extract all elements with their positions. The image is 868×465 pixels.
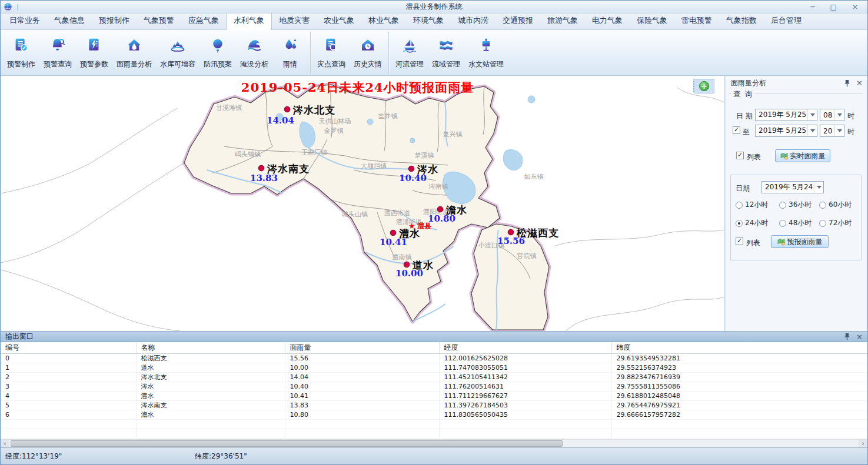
pin-icon[interactable] (844, 333, 850, 340)
toolbar-button-label: 淹没分析 (240, 59, 268, 69)
map-report-icon (780, 152, 788, 160)
column-header[interactable]: 经度 (439, 342, 611, 353)
table-row[interactable]: 4澧水10.41111.71121966762729.6188012485048 (1, 391, 867, 400)
table-row[interactable]: 6澹水10.80111.83056505043529.6666157957282 (1, 410, 867, 419)
station-marker[interactable] (508, 229, 514, 235)
map-title: 2019-05-24日未来24小时预报面雨量 (241, 79, 474, 96)
toolbar-button-hydro-station[interactable]: 水文站管理 (464, 33, 508, 73)
toolbar-button-bulb[interactable]: 防汛预案 (199, 33, 236, 73)
menu-tab[interactable]: 应急气象 (181, 12, 226, 29)
scrollbar-thumb[interactable] (11, 440, 563, 447)
duration-radio-72小时[interactable]: 72小时 (819, 218, 852, 228)
station-marker[interactable] (404, 262, 410, 267)
close-button[interactable]: × (852, 3, 858, 11)
table-row[interactable]: 5涔水南支13.83111.39726718450329.76544769759… (1, 400, 867, 410)
table-cell: 道水 (136, 363, 285, 372)
menu-tab[interactable]: 气象指数 (719, 12, 764, 29)
toolbar-button-basin-waves[interactable]: 流域管理 (428, 33, 464, 73)
town-label: 天供山林场 (319, 118, 351, 125)
panel-close-icon[interactable]: × (856, 79, 863, 86)
table-row[interactable]: 3涔水10.40111.7620051463129.7555811355086 (1, 382, 867, 391)
menu-tab[interactable]: 保险气象 (630, 12, 674, 29)
forecast-list-checkbox[interactable] (736, 237, 743, 245)
maximize-button[interactable]: □ (830, 3, 837, 11)
station-marker[interactable] (408, 166, 414, 172)
column-header[interactable]: 编号 (1, 342, 136, 353)
column-header[interactable]: 纬度 (611, 342, 867, 353)
output-close-icon[interactable]: × (856, 333, 863, 340)
station-marker[interactable] (437, 206, 443, 212)
toolbar-button-rain-drops[interactable]: 雨情 (272, 33, 308, 73)
map-report-icon (777, 238, 785, 246)
toolbar-button-house-clock[interactable]: 历史灾情 (350, 33, 386, 73)
station-rainfall-value: 10.40 (399, 173, 427, 183)
duration-radio-60小时[interactable]: 60小时 (819, 200, 852, 210)
to-checkbox[interactable] (733, 126, 740, 134)
map-svg: 甘溪滩镇盐井镇天供山林场金罗镇复兴镇码头铺镇王家厂镇梦溪镇大堰垱镇涔南镇如东镇城… (1, 76, 724, 331)
duration-radio-36小时[interactable]: 36小时 (779, 200, 812, 210)
menu-tab[interactable]: 水利气象 (226, 12, 272, 30)
station-marker[interactable] (390, 230, 396, 236)
bulb-icon (209, 36, 227, 56)
duration-radio-24小时[interactable]: 24小时 (736, 218, 768, 228)
table-cell: 2 (1, 372, 136, 382)
toolbar-button-house-drop[interactable]: 面雨量分析 (112, 33, 156, 73)
realtime-list-checkbox[interactable] (736, 152, 744, 159)
menu-tab[interactable]: 地质灾害 (272, 12, 317, 29)
menu-tab[interactable]: 城市内涝 (451, 12, 495, 29)
menu-tab[interactable]: 气象信息 (47, 12, 92, 29)
end-hour-select[interactable]: 20 (820, 125, 844, 137)
menu-tab[interactable]: 环境气象 (406, 12, 451, 29)
table-row[interactable]: 1道水10.00111.74708305505129.552156374923 (1, 363, 867, 372)
forecast-rain-button[interactable]: 预报面雨量 (771, 235, 829, 248)
menu-tab[interactable]: 预报制作 (92, 12, 137, 29)
toolbar-button-flood-wave[interactable]: 淹没分析 (236, 33, 272, 73)
map-canvas[interactable]: 甘溪滩镇盐井镇天供山林场金罗镇复兴镇码头铺镇王家厂镇梦溪镇大堰垱镇涔南镇如东镇城… (1, 76, 724, 331)
scroll-right-arrow[interactable]: › (859, 440, 867, 447)
minimize-button[interactable]: ─ (810, 3, 814, 11)
menu-tab[interactable]: 林业气象 (361, 12, 406, 29)
start-hour-select[interactable]: 08 (820, 109, 844, 121)
duration-radio-48小时[interactable]: 48小时 (779, 218, 812, 228)
horizontal-scrollbar[interactable]: ‹ › (1, 439, 867, 447)
toolbar-button-bell-search[interactable]: 预警查询 (39, 33, 76, 73)
menu-tab[interactable]: 日常业务 (2, 12, 47, 29)
menu-tab[interactable]: 气象预警 (137, 12, 181, 29)
forecast-date-select[interactable]: 2019年 5月24日 (761, 181, 824, 193)
menu-tab[interactable]: 雷电预警 (674, 12, 719, 29)
toolbar-button-river-boat[interactable]: 河流管理 (391, 33, 428, 73)
map-zoom-in-button[interactable]: + (693, 79, 714, 93)
end-date-select[interactable]: 2019年 5月25日 (755, 125, 817, 137)
scroll-left-arrow[interactable]: ‹ (1, 440, 9, 447)
pin-icon[interactable] (844, 79, 850, 87)
window-title: 澧县业务制作系统 (1, 2, 867, 12)
chevron-down-icon (834, 125, 844, 136)
toolbar-button-doc-edit[interactable]: 预警制作 (3, 33, 39, 73)
toolbar-button-doc-search[interactable]: 灾点查询 (313, 33, 350, 73)
station-marker[interactable] (284, 106, 290, 112)
column-header[interactable]: 面雨量 (285, 342, 439, 353)
start-date-select[interactable]: 2019年 5月25日 (755, 109, 817, 121)
table-row[interactable]: 0松滋西支15.56112.00162562502829.61935495322… (1, 353, 867, 363)
station-marker[interactable] (258, 165, 264, 171)
toolbar-button-label: 预警查询 (44, 59, 72, 69)
realtime-rain-button[interactable]: 实时面雨量 (775, 149, 830, 162)
town-label: 城头山镇 (341, 210, 368, 218)
duration-radio-12小时[interactable]: 12小时 (736, 200, 768, 210)
app-window: | 澧县业务制作系统 ─ □ × 日常业务气象信息预报制作气象预警应急气象水利气… (0, 0, 868, 465)
menu-tab[interactable]: 电力气象 (585, 12, 630, 29)
duration-label: 48小时 (789, 218, 812, 228)
menu-tab[interactable]: 旅游气象 (540, 12, 585, 29)
toolbar-button-doc-bolt[interactable]: 预警参数 (76, 33, 112, 73)
forecast-date-label: 日期 (736, 183, 750, 193)
toolbar-button-reservoir[interactable]: 水库可增容 (156, 33, 199, 73)
toolbar-button-label: 防汛预案 (204, 59, 232, 69)
menu-tab-strip: 日常业务气象信息预报制作气象预警应急气象水利气象地质灾害农业气象林业气象环境气象… (1, 14, 867, 30)
menu-tab[interactable]: 交通预报 (495, 12, 540, 29)
table-row[interactable]: 2涔水北支14.04111.45210541134229.88234767169… (1, 372, 867, 382)
column-header[interactable]: 名称 (136, 342, 285, 353)
menu-tab[interactable]: 农业气象 (317, 12, 361, 29)
menu-tab[interactable]: 后台管理 (764, 12, 809, 29)
table-cell: 4 (1, 391, 136, 400)
radio-icon (736, 202, 743, 209)
